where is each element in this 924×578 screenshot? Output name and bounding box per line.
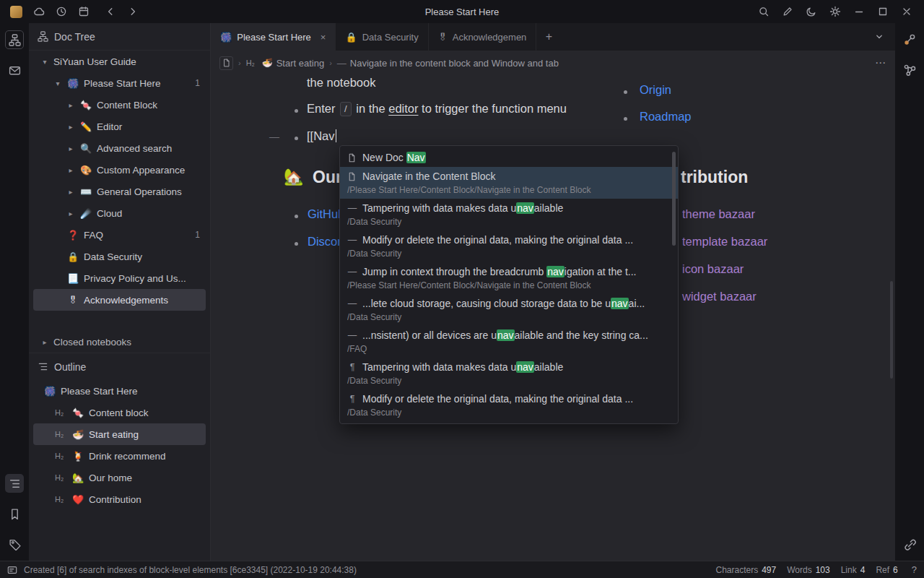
siyuan-logo-icon[interactable] <box>10 6 22 18</box>
tab-please-start-here[interactable]: 🎆 Please Start Here × <box>211 23 336 51</box>
editor-ref-link[interactable]: editor <box>388 102 418 115</box>
popup-scrollbar[interactable] <box>672 152 676 246</box>
roadmap-link[interactable]: Roadmap <box>640 110 692 124</box>
doc-please-start-here[interactable]: ▾ 🎆 Please Start Here 1 <box>33 72 206 94</box>
history-icon[interactable] <box>56 6 67 17</box>
tag-icon[interactable] <box>5 535 24 553</box>
outline-header: Outline <box>29 353 210 380</box>
icon-bazaar-link[interactable]: icon bazaar <box>682 262 744 276</box>
doc-custom-appearance[interactable]: ▸ 🎨 Custom Appearance <box>33 159 206 181</box>
outline-item-our-home[interactable]: H₂ 🏡 Our home <box>33 467 206 488</box>
chevron-down-icon[interactable]: ▾ <box>40 58 49 66</box>
doc-cloud[interactable]: ▸ ☄️ Cloud <box>33 202 206 224</box>
new-tab-button[interactable]: + <box>536 23 561 51</box>
breadcrumb-heading-segment[interactable]: H₂ 🍜 Start eating <box>246 58 324 69</box>
result-path: /Data Security <box>347 312 671 322</box>
graph-view-icon[interactable] <box>900 61 919 79</box>
help-icon[interactable]: ? <box>912 564 917 575</box>
doc-advanced-search[interactable]: ▸ 🔍 Advanced search <box>33 137 206 159</box>
backlinks-icon[interactable] <box>900 30 919 49</box>
popup-item-result[interactable]: —...nsistent) or all devices are unavail… <box>340 326 678 358</box>
titlebar-right-icons <box>758 6 924 17</box>
cloud-sync-icon[interactable] <box>33 6 45 17</box>
chevron-right-icon[interactable]: ▸ <box>40 338 49 346</box>
chevron-right-icon[interactable]: ▸ <box>66 123 75 131</box>
outline-item-drink-recommend[interactable]: H₂ 🍹 Drink recommend <box>33 445 206 467</box>
chevron-right-icon[interactable]: ▸ <box>66 188 75 196</box>
template-bazaar-link[interactable]: template bazaar <box>682 235 767 249</box>
tab-close-icon[interactable]: × <box>321 32 326 43</box>
outline-header-icon <box>38 361 48 372</box>
edit-mode-icon[interactable] <box>782 6 793 17</box>
settings-gear-icon[interactable] <box>829 6 841 17</box>
doc-faq[interactable]: ❓ FAQ 1 <box>33 224 206 246</box>
minimize-icon[interactable] <box>853 6 865 17</box>
outline-item-contribution[interactable]: H₂ ❤️ Contribution <box>33 488 206 510</box>
bookmark-icon[interactable] <box>5 504 24 523</box>
log-icon[interactable] <box>7 565 17 575</box>
widget-bazaar-link[interactable]: widget bazaar <box>682 290 757 303</box>
heading-level-tag: H₂ <box>55 473 67 482</box>
tab-acknowledgements[interactable]: 🎖 Acknowledgemen <box>429 23 537 51</box>
go-back-icon[interactable] <box>105 6 116 17</box>
chevron-right-icon[interactable]: ▸ <box>66 210 75 217</box>
popup-item-result[interactable]: —Jump in context through the breadcrumb … <box>340 262 678 294</box>
go-forward-icon[interactable] <box>127 6 139 17</box>
link-icon[interactable] <box>900 535 919 553</box>
typed-block-ref-line[interactable]: [[Nav <box>307 129 336 143</box>
contribution-heading-fragment: tribution <box>681 168 748 187</box>
doc-data-security[interactable]: 🔒 Data Security <box>33 246 206 267</box>
doc-privacy-policy[interactable]: 📃 Privacy Policy and Us... <box>33 267 206 289</box>
result-text: Tampering with data makes data unavailab… <box>362 361 563 373</box>
search-icon[interactable] <box>758 6 770 17</box>
doc-tree: ▾ SiYuan User Guide ▾ 🎆 Please Start Her… <box>29 51 210 311</box>
popup-item-navigate-doc[interactable]: Navigate in the Content Block /Please St… <box>340 167 678 199</box>
chevron-right-icon[interactable]: ▸ <box>66 101 75 109</box>
outline-item-root[interactable]: 🎆 Please Start Here <box>33 380 206 402</box>
doc-acknowledgements[interactable]: 🎖 Acknowledgements <box>33 289 206 311</box>
our-home-heading-emoji: 🏡 <box>284 168 303 186</box>
doc-label: Content Block <box>97 100 157 111</box>
popup-item-result[interactable]: —Tampering with data makes data unavaila… <box>340 199 678 230</box>
block-gutter-icon[interactable]: — <box>269 131 279 142</box>
list-block-icon: — <box>347 298 357 309</box>
closed-notebooks-row[interactable]: ▸ Closed notebooks <box>29 331 210 353</box>
popup-item-result[interactable]: —...lete cloud storage, causing cloud st… <box>340 294 678 326</box>
breadcrumb-block-segment[interactable]: — Navigate in the content block and Wind… <box>337 58 559 69</box>
popup-item-result[interactable]: ¶Tampering with data makes data unavaila… <box>340 358 678 389</box>
breadcrumb-doc-icon[interactable] <box>219 56 233 70</box>
outline-emoji: 🍹 <box>71 451 84 462</box>
popup-item-result[interactable]: —Modify or delete the original data, mak… <box>340 230 678 262</box>
notebook-siyuan-user-guide[interactable]: ▾ SiYuan User Guide <box>33 51 206 72</box>
doc-general-operations[interactable]: ▸ ⌨️ General Operations <box>33 181 206 202</box>
match-highlight: nav <box>497 329 515 341</box>
maximize-icon[interactable] <box>877 6 889 17</box>
chevron-right-icon[interactable]: ▸ <box>66 144 75 152</box>
right-dock <box>895 23 924 561</box>
origin-link[interactable]: Origin <box>640 83 671 97</box>
outline-emoji: 🏡 <box>71 473 84 483</box>
breadcrumb-more-icon[interactable]: ⋯ <box>875 56 886 69</box>
doc-label: Advanced search <box>97 143 172 154</box>
popup-item-result[interactable]: ¶Modify or delete the original data, mak… <box>340 389 678 421</box>
doc-tree-toggle-icon[interactable] <box>5 30 24 49</box>
tab-data-security[interactable]: 🔒 Data Security <box>336 23 428 51</box>
inbox-icon[interactable] <box>5 61 24 79</box>
doc-editor[interactable]: ▸ ✏️ Editor <box>33 116 206 137</box>
outline-toggle-icon[interactable] <box>5 474 24 493</box>
status-message: Created [6] of search indexes of block-l… <box>24 565 357 575</box>
daily-note-icon[interactable] <box>78 6 90 17</box>
tab-list-dropdown-icon[interactable] <box>873 31 885 43</box>
outline-item-start-eating[interactable]: H₂ 🍜 Start eating <box>33 423 206 445</box>
close-window-icon[interactable] <box>901 6 912 17</box>
chevron-right-icon[interactable]: ▸ <box>66 166 75 174</box>
theme-bazaar-link[interactable]: theme bazaar <box>682 207 755 221</box>
chevron-down-icon[interactable]: ▾ <box>53 79 62 87</box>
outline-emoji: ❤️ <box>71 494 84 505</box>
editor-scrollbar[interactable] <box>890 281 893 379</box>
theme-moon-icon[interactable] <box>806 6 817 17</box>
doc-content-block[interactable]: ▸ 🍬 Content Block <box>33 94 206 116</box>
outline-item-content-block[interactable]: H₂ 🍬 Content block <box>33 402 206 423</box>
doc-count-badge: 1 <box>195 230 206 240</box>
popup-item-new-doc[interactable]: New Doc Nav <box>340 148 678 167</box>
